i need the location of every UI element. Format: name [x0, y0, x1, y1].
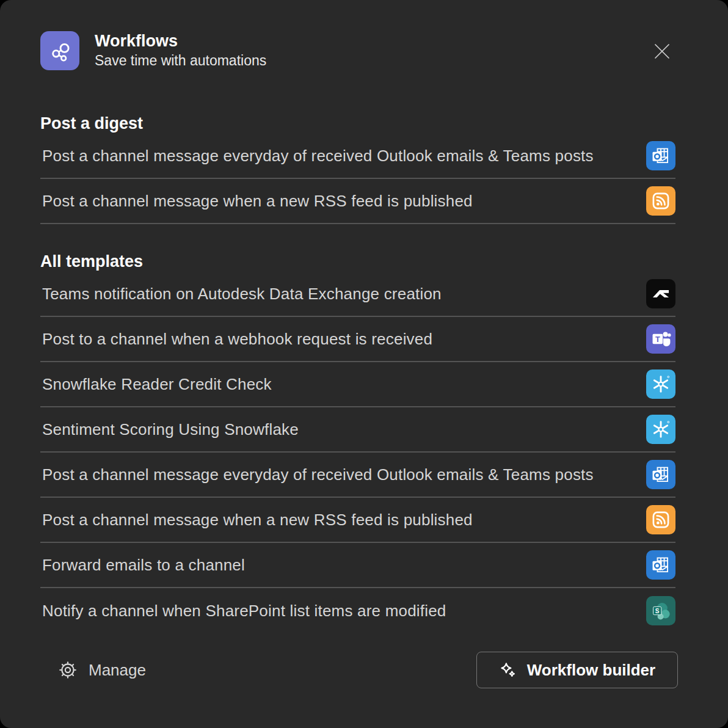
template-label: Post a channel message when a new RSS fe…: [40, 192, 473, 211]
close-icon: [653, 42, 671, 60]
template-label: Teams notification on Autodesk Data Exch…: [40, 285, 442, 304]
section-rows: Teams notification on Autodesk Data Exch…: [40, 272, 675, 633]
rss-icon: [646, 505, 675, 534]
workflow-template-row[interactable]: Sentiment Scoring Using Snowflake: [40, 407, 675, 453]
template-label: Sentiment Scoring Using Snowflake: [40, 420, 299, 439]
section-heading: All templates: [40, 251, 675, 272]
workflow-template-row[interactable]: Post a channel message everyday of recei…: [40, 453, 675, 498]
gear-icon: [58, 660, 78, 680]
template-label: Post a channel message everyday of recei…: [40, 147, 594, 166]
workflows-app-icon: [40, 31, 79, 70]
outlook-icon: [646, 141, 675, 170]
workflow-template-row[interactable]: Notify a channel when SharePoint list it…: [40, 588, 675, 633]
sharepoint-icon: S: [646, 596, 675, 625]
dialog-subtitle: Save time with automations: [95, 51, 266, 70]
svg-text:S: S: [655, 608, 660, 614]
template-label: Snowflake Reader Credit Check: [40, 375, 272, 394]
dialog-header: Workflows Save time with automations: [0, 0, 728, 70]
section-rows: Post a channel message everyday of recei…: [40, 134, 675, 224]
manage-button[interactable]: Manage: [58, 660, 146, 680]
dialog-titles: Workflows Save time with automations: [95, 31, 266, 70]
workflow-icon: [46, 37, 73, 64]
workflow-template-row[interactable]: Post a channel message when a new RSS fe…: [40, 498, 675, 543]
workflows-dialog: Workflows Save time with automations Pos…: [0, 0, 728, 728]
autodesk-icon: [646, 279, 675, 308]
dialog-title: Workflows: [95, 31, 266, 51]
snowflake-icon: [646, 369, 675, 399]
close-button[interactable]: [649, 38, 675, 65]
dialog-footer: Manage Workflow builder: [58, 652, 678, 688]
rss-icon: [646, 186, 675, 216]
snowflake-icon: [646, 415, 675, 444]
template-label: Notify a channel when SharePoint list it…: [40, 602, 446, 621]
workflow-template-row[interactable]: Post to a channel when a webhook request…: [40, 317, 675, 362]
template-label: Post a channel message everyday of recei…: [40, 465, 594, 484]
sparkle-icon: [499, 661, 517, 679]
outlook-icon: [646, 550, 675, 580]
workflow-template-row[interactable]: Forward emails to a channel: [40, 543, 675, 588]
manage-label: Manage: [89, 661, 146, 680]
teams-icon: T: [646, 324, 675, 354]
workflow-template-row[interactable]: Post a channel message when a new RSS fe…: [40, 179, 675, 224]
workflow-builder-label: Workflow builder: [527, 661, 655, 680]
template-section: All templates Teams notification on Auto…: [40, 251, 675, 633]
workflow-template-row[interactable]: Snowflake Reader Credit Check: [40, 362, 675, 407]
outlook-icon: [646, 460, 675, 489]
workflow-template-row[interactable]: Teams notification on Autodesk Data Exch…: [40, 272, 675, 317]
template-label: Post to a channel when a webhook request…: [40, 330, 432, 349]
workflow-template-row[interactable]: Post a channel message everyday of recei…: [40, 134, 675, 179]
workflow-builder-button[interactable]: Workflow builder: [476, 652, 678, 688]
template-sections: Post a digest Post a channel message eve…: [40, 113, 675, 633]
section-heading: Post a digest: [40, 113, 675, 134]
template-section: Post a digest Post a channel message eve…: [40, 113, 675, 224]
template-label: Post a channel message when a new RSS fe…: [40, 511, 473, 530]
template-label: Forward emails to a channel: [40, 556, 245, 575]
svg-text:T: T: [655, 335, 660, 344]
